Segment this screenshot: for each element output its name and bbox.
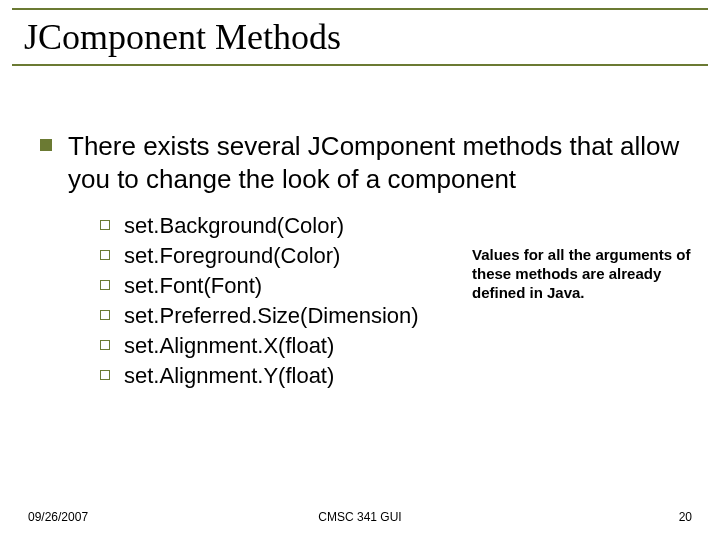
- slide: JComponent Methods There exists several …: [0, 0, 720, 540]
- title-block: JComponent Methods: [12, 8, 708, 66]
- title-rule-bottom: [12, 64, 708, 66]
- hollow-square-icon: [100, 220, 110, 230]
- method-text: set.Background(Color): [124, 213, 344, 239]
- list-item: set.Background(Color): [100, 213, 690, 239]
- hollow-square-icon: [100, 340, 110, 350]
- hollow-square-icon: [100, 370, 110, 380]
- hollow-square-icon: [100, 250, 110, 260]
- method-text: set.Alignment.Y(float): [124, 363, 334, 389]
- method-text: set.Font(Font): [124, 273, 262, 299]
- hollow-square-icon: [100, 280, 110, 290]
- list-item: set.Alignment.X(float): [100, 333, 690, 359]
- footer-center: CMSC 341 GUI: [318, 510, 401, 524]
- method-text: set.Alignment.X(float): [124, 333, 334, 359]
- slide-title: JComponent Methods: [24, 16, 708, 58]
- side-note: Values for all the arguments of these me…: [472, 246, 692, 302]
- intro-text: There exists several JComponent methods …: [68, 130, 690, 195]
- method-text: set.Preferred.Size(Dimension): [124, 303, 419, 329]
- footer: 09/26/2007 CMSC 341 GUI 20: [0, 510, 720, 528]
- footer-page-number: 20: [679, 510, 692, 524]
- list-item: set.Preferred.Size(Dimension): [100, 303, 690, 329]
- hollow-square-icon: [100, 310, 110, 320]
- list-item: set.Alignment.Y(float): [100, 363, 690, 389]
- bullet-level1: There exists several JComponent methods …: [40, 130, 690, 195]
- footer-date: 09/26/2007: [28, 510, 88, 524]
- method-text: set.Foreground(Color): [124, 243, 340, 269]
- title-rule-top: [12, 8, 708, 10]
- square-bullet-icon: [40, 139, 52, 151]
